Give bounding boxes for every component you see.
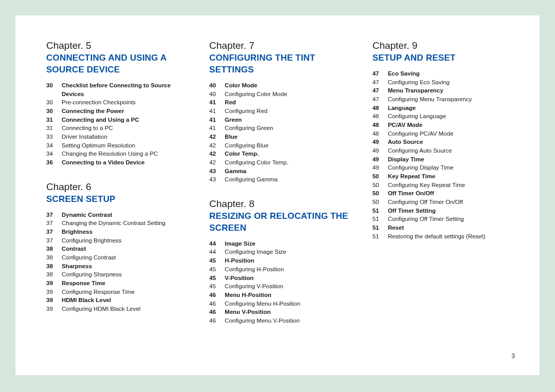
toc-entry[interactable]: 34Setting Optimum Resolution: [46, 141, 193, 150]
toc-entry[interactable]: 38Configuring Contrast: [46, 253, 193, 262]
toc-entry[interactable]: 50Configuring Key Repeat Time: [373, 181, 519, 190]
toc-entry[interactable]: 49Auto Source: [373, 138, 519, 146]
toc-entry[interactable]: 46Configuring Menu V-Position: [209, 316, 356, 325]
toc-entry-text: Configuring Contrast: [62, 253, 193, 262]
toc-entry[interactable]: 37Configuring Brightness: [46, 236, 193, 245]
toc-entry[interactable]: 45V-Position: [209, 274, 356, 283]
toc-entry[interactable]: 49Configuring Display Time: [373, 163, 519, 172]
toc-entry-text: Image Size: [225, 239, 356, 248]
toc-entry[interactable]: 39Configuring Response Time: [46, 288, 193, 296]
toc-column: Chapter. 9SETUP AND RESET47Eco Saving47C…: [373, 40, 519, 340]
toc-entry-text: Configuring Sharpness: [62, 270, 193, 279]
toc-entry[interactable]: 42Color Temp.: [209, 150, 356, 158]
toc-entry[interactable]: 42Configuring Blue: [209, 141, 356, 150]
toc-entry[interactable]: 31Connecting and Using a PC: [46, 116, 193, 124]
toc-entry[interactable]: 50Off Timer On/Off: [373, 189, 519, 198]
toc-entry[interactable]: 50Configuring Off Timer On/Off: [373, 198, 519, 207]
toc-entry[interactable]: 41Green: [209, 116, 356, 124]
toc-entry-page: 41: [209, 98, 225, 107]
toc-entry[interactable]: 34Changing the Resolution Using a PC: [46, 150, 193, 158]
toc-entry-text: Auto Source: [388, 138, 519, 146]
toc-entry[interactable]: 43Gamma: [209, 167, 356, 176]
toc-entry-text: Configuring Off Timer Setting: [388, 215, 519, 223]
toc-entry[interactable]: 39Configuring HDMI Black Level: [46, 305, 193, 313]
toc-entry[interactable]: 45Configuring V-Position: [209, 282, 356, 291]
toc-entry[interactable]: 45H-Position: [209, 256, 356, 265]
toc-entry-page: 50: [373, 172, 388, 181]
toc-entry[interactable]: 37Dynamic Contrast: [46, 211, 193, 219]
toc-entry[interactable]: 44Image Size: [209, 239, 356, 248]
toc-entry[interactable]: 48Language: [373, 104, 519, 113]
chapter-entries: 44Image Size44Configuring Image Size45H-…: [209, 239, 356, 325]
toc-entry[interactable]: 49Display Time: [373, 155, 519, 164]
toc-entry-text: Configuring Off Timer On/Off: [388, 198, 519, 207]
toc-entry-page: 50: [373, 198, 388, 207]
toc-entry-page: 42: [209, 141, 225, 150]
toc-entry[interactable]: 42Configuring Color Temp.: [209, 158, 356, 167]
toc-entry[interactable]: 45Configuring H-Position: [209, 265, 356, 274]
toc-entry[interactable]: 39Response Time: [46, 279, 193, 288]
toc-entry-text: Pre-connection Checkpoints: [62, 98, 193, 107]
toc-entry[interactable]: 38Contrast: [46, 245, 193, 253]
toc-entry-page: 48: [373, 112, 388, 121]
toc-entry-page: 47: [373, 78, 388, 87]
toc-entry[interactable]: 48PC/AV Mode: [373, 121, 519, 129]
toc-entry[interactable]: 46Menu H-Position: [209, 291, 356, 300]
toc-entry[interactable]: 40Color Mode: [209, 81, 356, 90]
toc-entry[interactable]: 30Connecting the Power: [46, 107, 193, 116]
toc-entry[interactable]: 51Off Timer Setting: [373, 207, 519, 215]
toc-entry-page: 45: [209, 274, 225, 283]
toc-entry-page: 39: [46, 305, 62, 313]
toc-entry[interactable]: 30Pre-connection Checkpoints: [46, 98, 193, 107]
toc-entry[interactable]: 50Key Repeat Time: [373, 172, 519, 181]
toc-entry-page: 30: [46, 98, 62, 107]
chapter-label: Chapter. 8: [209, 198, 356, 210]
toc-entry[interactable]: 31Connecting to a PC: [46, 124, 193, 133]
toc-entry[interactable]: 46Menu V-Position: [209, 308, 356, 316]
toc-entry-text: Off Timer Setting: [388, 207, 519, 215]
toc-entry-page: 40: [209, 81, 225, 90]
toc-entry[interactable]: 38Configuring Sharpness: [46, 270, 193, 279]
toc-entry-page: 51: [373, 207, 388, 215]
toc-entry[interactable]: 40Configuring Color Mode: [209, 90, 356, 99]
toc-entry[interactable]: 47Configuring Menu Transparency: [373, 95, 519, 104]
toc-entry[interactable]: 46Configuring Menu H-Position: [209, 300, 356, 308]
toc-entry-page: 45: [209, 256, 225, 265]
toc-entry[interactable]: 36Connecting to a Video Device: [46, 158, 193, 167]
toc-entry[interactable]: 33Driver Installation: [46, 133, 193, 141]
toc-entry[interactable]: 48Configuring Language: [373, 112, 519, 121]
toc-entry[interactable]: 49Configuring Auto Source: [373, 146, 519, 155]
toc-entry[interactable]: 41Configuring Green: [209, 124, 356, 133]
toc-entry-text: Configuring Image Size: [225, 248, 356, 256]
toc-entry[interactable]: 30Checklist before Connecting to Source …: [46, 81, 193, 98]
toc-entry[interactable]: 37Brightness: [46, 228, 193, 236]
toc-entry[interactable]: 47Configuring Eco Saving: [373, 78, 519, 87]
toc-entry[interactable]: 38Sharpness: [46, 262, 193, 271]
toc-chapter: Chapter. 9SETUP AND RESET47Eco Saving47C…: [373, 40, 519, 240]
toc-entry[interactable]: 39HDMI Black Level: [46, 296, 193, 305]
toc-entry-page: 43: [209, 175, 225, 184]
toc-entry[interactable]: 44Configuring Image Size: [209, 248, 356, 256]
toc-entry[interactable]: 41Red: [209, 98, 356, 107]
toc-entry-page: 39: [46, 279, 62, 288]
toc-entry-text: Configuring Blue: [225, 141, 356, 150]
toc-entry-text: Reset: [388, 223, 519, 232]
toc-entry[interactable]: 37Changing the Dynamic Contrast Setting: [46, 219, 193, 228]
toc-chapter: Chapter. 8RESIZING OR RELOCATING THE SCR…: [209, 198, 356, 325]
toc-entry[interactable]: 51Configuring Off Timer Setting: [373, 215, 519, 223]
toc-entry[interactable]: 41Configuring Red: [209, 107, 356, 116]
toc-entry-page: 41: [209, 107, 225, 116]
toc-entry-text: Contrast: [62, 245, 193, 253]
toc-entry[interactable]: 48Configuring PC/AV Mode: [373, 129, 519, 138]
toc-entry[interactable]: 51Reset: [373, 223, 519, 232]
toc-entry-text: Driver Installation: [62, 133, 193, 141]
toc-entry[interactable]: 42Blue: [209, 133, 356, 141]
toc-entry-page: 51: [373, 232, 388, 241]
toc-entry-page: 49: [373, 155, 388, 164]
toc-entry-page: 47: [373, 95, 388, 104]
toc-entry[interactable]: 47Eco Saving: [373, 69, 519, 78]
toc-entry[interactable]: 43Configuring Gamma: [209, 175, 356, 184]
toc-entry-text: Checklist before Connecting to Source De…: [62, 81, 193, 98]
toc-entry[interactable]: 51Restoring the default settings (Reset): [373, 232, 519, 241]
toc-entry[interactable]: 47Menu Transparency: [373, 86, 519, 95]
